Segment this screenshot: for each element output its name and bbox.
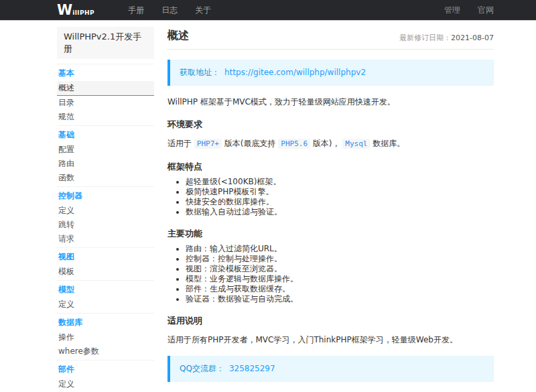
list-item: 控制器：控制与处理操作。 — [186, 254, 494, 264]
list-item: 超轻量级(<100KB)框架。 — [186, 177, 494, 187]
sidebar-item-catalog[interactable]: 目录 — [57, 96, 154, 110]
functions-heading: 主要功能 — [168, 228, 494, 240]
sidebar-heading-view: 视图 — [57, 249, 154, 265]
intro-text: WillPHP 框架基于MVC模式，致力于轻量级网站应用快速开发。 — [168, 96, 494, 108]
list-item: 数据输入自动过滤与验证。 — [186, 207, 494, 217]
sidebar-group-foundation: 基础 配置 路由 函数 — [57, 125, 154, 186]
features-list: 超轻量级(<100KB)框架。 极简快速PHP模板引擎。 快捷安全的数据库操作。… — [168, 177, 494, 217]
sidebar-group-widget: 部件 定义 — [57, 360, 154, 392]
sidebar-group-database: 数据库 操作 where参数 — [57, 313, 154, 360]
nav-log[interactable]: 日志 — [161, 5, 178, 16]
sidebar-group-view: 视图 模板 — [57, 247, 154, 280]
code-php7: PHP7+ — [194, 139, 222, 149]
sidebar-item-ctrl-jump[interactable]: 跳转 — [57, 218, 154, 232]
sidebar-item-model-define[interactable]: 定义 — [57, 298, 154, 312]
sidebar-item-db-operate[interactable]: 操作 — [57, 330, 154, 344]
nav-right-menu: 管理 官网 — [427, 5, 494, 16]
sidebar-group-controller: 控制器 定义 跳转 请求 — [57, 186, 154, 247]
top-navbar: WillPHP 手册 日志 关于 管理 官网 — [0, 0, 536, 21]
env-heading: 环境要求 — [168, 119, 494, 131]
latest-revision-date: 2021-08-07 — [451, 34, 494, 42]
nav-admin[interactable]: 管理 — [444, 5, 460, 16]
qq-group-number: 325825297 — [229, 364, 275, 373]
sidebar-item-function[interactable]: 函数 — [57, 171, 154, 185]
qq-group-label: QQ交流群： — [180, 364, 224, 373]
nav-official-site[interactable]: 官网 — [478, 5, 494, 16]
nav-manual[interactable]: 手册 — [128, 5, 144, 16]
functions-list: 路由：输入过滤简化URL。 控制器：控制与处理操作。 视图：渲染模板至浏览器。 … — [168, 244, 494, 304]
list-item: 部件：生成与获取数据缓存。 — [186, 284, 494, 294]
code-mysql: Mysql — [342, 139, 370, 149]
sidebar-item-template[interactable]: 模板 — [57, 265, 154, 279]
features-heading: 框架特点 — [168, 161, 494, 173]
nav-menu: 手册 日志 关于 — [111, 5, 211, 16]
list-item: 快捷安全的数据库操作。 — [186, 197, 494, 207]
source-address-box: 获取地址：https://gitee.com/willphp/willphpv2 — [168, 60, 494, 86]
sidebar-group-model: 模型 定义 — [57, 280, 154, 313]
latest-revision: 最新修订日期：2021-08-07 — [399, 33, 494, 43]
sidebar-item-overview[interactable]: 概述 — [57, 81, 154, 96]
latest-revision-label: 最新修订日期： — [399, 34, 451, 42]
sidebar-heading-database: 数据库 — [57, 314, 154, 330]
logo-small: illPHP — [72, 9, 94, 16]
nav-about[interactable]: 关于 — [195, 5, 211, 16]
list-item: 路由：输入过滤简化URL。 — [186, 244, 494, 254]
gitee-repo-link[interactable]: https://gitee.com/willphp/willphpv2 — [224, 68, 366, 77]
main-header: 概述 最新修订日期：2021-08-07 — [168, 29, 494, 50]
sidebar-heading-widget: 部件 — [57, 361, 154, 377]
sidebar-item-db-where[interactable]: where参数 — [57, 344, 154, 358]
sidebar-heading-model: 模型 — [57, 281, 154, 298]
sidebar: WillPHPv2.1开发手册 基本 概述 目录 规范 基础 配置 路由 函数 … — [57, 21, 154, 392]
code-php56: PHP5.6 — [278, 139, 310, 149]
list-item: 极简快速PHP模板引擎。 — [186, 187, 494, 197]
list-item: 视图：渲染模板至浏览器。 — [186, 264, 494, 274]
sidebar-heading-controller: 控制器 — [57, 188, 154, 204]
sidebar-item-config[interactable]: 配置 — [57, 143, 154, 157]
sidebar-item-ctrl-define[interactable]: 定义 — [57, 204, 154, 218]
usage-text: 适用于所有PHP开发者，MVC学习，入门ThinkPHP框架学习，轻量级Web开… — [168, 334, 494, 346]
sidebar-item-route[interactable]: 路由 — [57, 157, 154, 171]
source-address-label: 获取地址： — [180, 68, 220, 77]
main-content: 概述 最新修订日期：2021-08-07 获取地址：https://gitee.… — [168, 21, 494, 392]
sidebar-heading-foundation: 基础 — [57, 127, 154, 143]
sidebar-item-ctrl-request[interactable]: 请求 — [57, 232, 154, 246]
list-item: 模型：业务逻辑与数据库操作。 — [186, 274, 494, 284]
sidebar-item-spec[interactable]: 规范 — [57, 110, 154, 124]
sidebar-heading-basic: 基本 — [57, 65, 154, 81]
usage-heading: 适用说明 — [168, 315, 494, 327]
list-item: 验证器：数据验证与自动完成。 — [186, 294, 494, 304]
sidebar-group-basic: 基本 概述 目录 规范 — [57, 64, 154, 125]
qq-group-box: QQ交流群：325825297 — [168, 356, 494, 382]
page-title: 概述 — [168, 29, 189, 43]
logo[interactable]: WillPHP — [57, 3, 94, 17]
env-text: 适用于 PHP7+ 版本(最底支持 PHP5.6 版本)， Mysql 数据库。 — [168, 137, 494, 150]
sidebar-title: WillPHPv2.1开发手册 — [57, 27, 154, 59]
logo-big: W — [57, 3, 72, 17]
sidebar-item-widget-define[interactable]: 定义 — [57, 377, 154, 391]
